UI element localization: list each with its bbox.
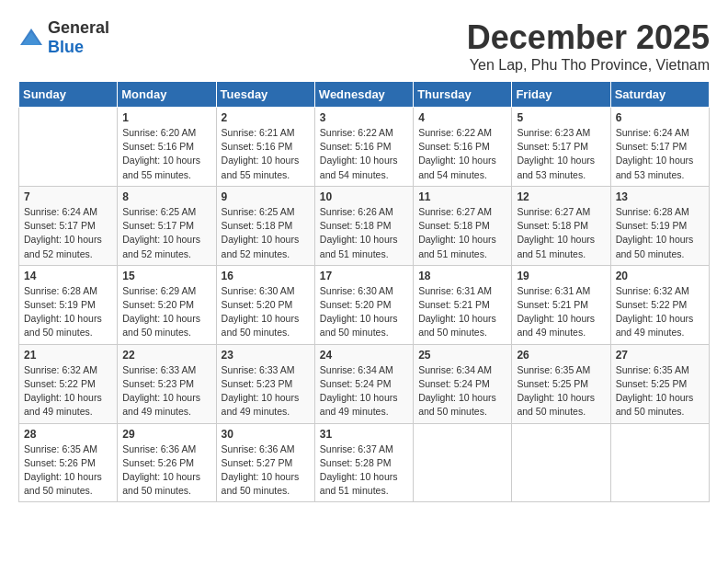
calendar-cell: 20Sunrise: 6:32 AMSunset: 5:22 PMDayligh… <box>610 265 709 344</box>
calendar-week-row: 1Sunrise: 6:20 AMSunset: 5:16 PMDaylight… <box>19 108 710 187</box>
day-detail: Sunrise: 6:35 AMSunset: 5:25 PMDaylight:… <box>517 363 605 419</box>
weekday-header: Tuesday <box>216 82 314 108</box>
calendar-week-row: 21Sunrise: 6:32 AMSunset: 5:22 PMDayligh… <box>19 344 710 423</box>
weekday-header: Thursday <box>414 82 512 108</box>
calendar-cell: 27Sunrise: 6:35 AMSunset: 5:25 PMDayligh… <box>610 344 709 423</box>
location-subtitle: Yen Lap, Phu Tho Province, Vietnam <box>467 57 710 74</box>
day-number: 23 <box>222 349 310 362</box>
day-detail: Sunrise: 6:35 AMSunset: 5:26 PMDaylight:… <box>24 442 112 499</box>
calendar-table: SundayMondayTuesdayWednesdayThursdayFrid… <box>18 81 710 502</box>
day-number: 27 <box>616 349 704 362</box>
calendar-cell: 5Sunrise: 6:23 AMSunset: 5:17 PMDaylight… <box>512 108 610 187</box>
day-detail: Sunrise: 6:32 AMSunset: 5:22 PMDaylight:… <box>24 363 112 419</box>
calendar-cell: 11Sunrise: 6:27 AMSunset: 5:18 PMDayligh… <box>414 186 512 265</box>
day-detail: Sunrise: 6:31 AMSunset: 5:21 PMDaylight:… <box>517 284 605 340</box>
calendar-cell: 22Sunrise: 6:33 AMSunset: 5:23 PMDayligh… <box>118 344 216 423</box>
calendar-cell <box>19 108 118 187</box>
logo: General Blue <box>18 18 109 57</box>
calendar-week-row: 7Sunrise: 6:24 AMSunset: 5:17 PMDaylight… <box>19 186 710 265</box>
calendar-cell: 24Sunrise: 6:34 AMSunset: 5:24 PMDayligh… <box>314 344 413 423</box>
weekday-header: Sunday <box>19 82 118 108</box>
logo-icon <box>18 27 44 49</box>
day-detail: Sunrise: 6:34 AMSunset: 5:24 PMDaylight:… <box>418 363 506 419</box>
calendar-cell: 29Sunrise: 6:36 AMSunset: 5:26 PMDayligh… <box>118 423 216 502</box>
day-detail: Sunrise: 6:28 AMSunset: 5:19 PMDaylight:… <box>24 284 112 340</box>
calendar-cell: 19Sunrise: 6:31 AMSunset: 5:21 PMDayligh… <box>512 265 610 344</box>
day-detail: Sunrise: 6:36 AMSunset: 5:27 PMDaylight:… <box>222 442 310 499</box>
calendar-cell: 31Sunrise: 6:37 AMSunset: 5:28 PMDayligh… <box>314 423 413 502</box>
day-detail: Sunrise: 6:21 AMSunset: 5:16 PMDaylight:… <box>222 126 310 182</box>
calendar-cell: 25Sunrise: 6:34 AMSunset: 5:24 PMDayligh… <box>414 344 512 423</box>
day-number: 15 <box>122 270 210 282</box>
calendar-cell: 21Sunrise: 6:32 AMSunset: 5:22 PMDayligh… <box>19 344 118 423</box>
day-number: 16 <box>222 270 310 282</box>
day-number: 11 <box>418 190 506 203</box>
day-detail: Sunrise: 6:34 AMSunset: 5:24 PMDaylight:… <box>320 363 408 419</box>
calendar-cell: 14Sunrise: 6:28 AMSunset: 5:19 PMDayligh… <box>19 265 118 344</box>
day-detail: Sunrise: 6:24 AMSunset: 5:17 PMDaylight:… <box>24 205 112 261</box>
calendar-cell: 30Sunrise: 6:36 AMSunset: 5:27 PMDayligh… <box>216 423 314 502</box>
calendar-cell: 18Sunrise: 6:31 AMSunset: 5:21 PMDayligh… <box>414 265 512 344</box>
page-header: General Blue December 2025 Yen Lap, Phu … <box>18 18 710 74</box>
day-number: 31 <box>320 428 408 441</box>
day-detail: Sunrise: 6:36 AMSunset: 5:26 PMDaylight:… <box>122 442 210 499</box>
weekday-header: Friday <box>512 82 610 108</box>
day-number: 17 <box>320 270 408 282</box>
day-number: 18 <box>418 270 506 282</box>
calendar-cell <box>512 423 610 502</box>
day-detail: Sunrise: 6:26 AMSunset: 5:18 PMDaylight:… <box>320 205 408 261</box>
calendar-cell: 9Sunrise: 6:25 AMSunset: 5:18 PMDaylight… <box>216 186 314 265</box>
day-number: 29 <box>122 428 210 441</box>
day-detail: Sunrise: 6:35 AMSunset: 5:25 PMDaylight:… <box>616 363 704 419</box>
day-number: 30 <box>222 428 310 441</box>
weekday-header: Monday <box>118 82 216 108</box>
day-detail: Sunrise: 6:30 AMSunset: 5:20 PMDaylight:… <box>222 284 310 340</box>
calendar-cell <box>414 423 512 502</box>
day-detail: Sunrise: 6:37 AMSunset: 5:28 PMDaylight:… <box>320 442 408 499</box>
day-number: 21 <box>24 349 112 362</box>
day-number: 25 <box>418 349 506 362</box>
calendar-cell: 23Sunrise: 6:33 AMSunset: 5:23 PMDayligh… <box>216 344 314 423</box>
day-number: 1 <box>122 111 210 124</box>
day-number: 20 <box>616 270 704 282</box>
calendar-cell: 26Sunrise: 6:35 AMSunset: 5:25 PMDayligh… <box>512 344 610 423</box>
day-number: 4 <box>418 111 506 124</box>
day-number: 5 <box>517 111 605 124</box>
day-detail: Sunrise: 6:31 AMSunset: 5:21 PMDaylight:… <box>418 284 506 340</box>
day-number: 2 <box>222 111 310 124</box>
day-number: 12 <box>517 190 605 203</box>
day-detail: Sunrise: 6:25 AMSunset: 5:17 PMDaylight:… <box>122 205 210 261</box>
calendar-cell: 1Sunrise: 6:20 AMSunset: 5:16 PMDaylight… <box>118 108 216 187</box>
day-number: 8 <box>122 190 210 203</box>
day-detail: Sunrise: 6:20 AMSunset: 5:16 PMDaylight:… <box>122 126 210 182</box>
day-detail: Sunrise: 6:33 AMSunset: 5:23 PMDaylight:… <box>222 363 310 419</box>
day-number: 7 <box>24 190 112 203</box>
logo-blue: Blue <box>48 38 84 56</box>
calendar-cell: 7Sunrise: 6:24 AMSunset: 5:17 PMDaylight… <box>19 186 118 265</box>
day-number: 10 <box>320 190 408 203</box>
calendar-header-row: SundayMondayTuesdayWednesdayThursdayFrid… <box>19 82 710 108</box>
day-detail: Sunrise: 6:29 AMSunset: 5:20 PMDaylight:… <box>122 284 210 340</box>
title-block: December 2025 Yen Lap, Phu Tho Province,… <box>467 18 710 74</box>
day-number: 19 <box>517 270 605 282</box>
calendar-cell: 17Sunrise: 6:30 AMSunset: 5:20 PMDayligh… <box>314 265 413 344</box>
day-number: 14 <box>24 270 112 282</box>
day-detail: Sunrise: 6:25 AMSunset: 5:18 PMDaylight:… <box>222 205 310 261</box>
day-number: 13 <box>616 190 704 203</box>
day-number: 3 <box>320 111 408 124</box>
day-number: 26 <box>517 349 605 362</box>
calendar-week-row: 14Sunrise: 6:28 AMSunset: 5:19 PMDayligh… <box>19 265 710 344</box>
calendar-cell: 12Sunrise: 6:27 AMSunset: 5:18 PMDayligh… <box>512 186 610 265</box>
day-detail: Sunrise: 6:30 AMSunset: 5:20 PMDaylight:… <box>320 284 408 340</box>
day-number: 24 <box>320 349 408 362</box>
day-detail: Sunrise: 6:24 AMSunset: 5:17 PMDaylight:… <box>616 126 704 182</box>
calendar-cell: 2Sunrise: 6:21 AMSunset: 5:16 PMDaylight… <box>216 108 314 187</box>
day-detail: Sunrise: 6:32 AMSunset: 5:22 PMDaylight:… <box>616 284 704 340</box>
calendar-cell: 6Sunrise: 6:24 AMSunset: 5:17 PMDaylight… <box>610 108 709 187</box>
day-number: 22 <box>122 349 210 362</box>
calendar-cell <box>610 423 709 502</box>
calendar-cell: 13Sunrise: 6:28 AMSunset: 5:19 PMDayligh… <box>610 186 709 265</box>
calendar-cell: 4Sunrise: 6:22 AMSunset: 5:16 PMDaylight… <box>414 108 512 187</box>
day-number: 9 <box>222 190 310 203</box>
logo-text: General Blue <box>48 18 109 57</box>
